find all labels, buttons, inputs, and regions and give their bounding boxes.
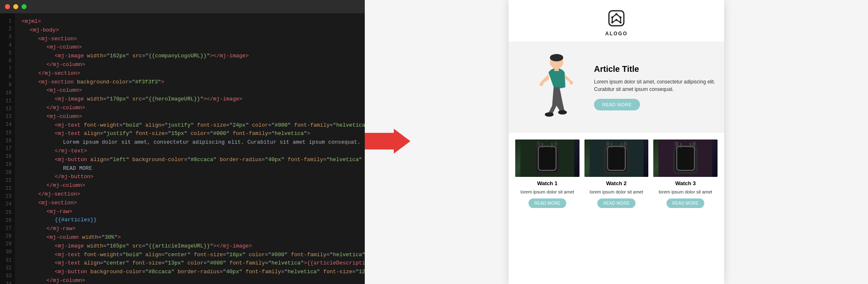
article-desc-2: lorem ipsum dolor sit amet — [590, 189, 643, 195]
svg-point-15 — [550, 54, 563, 61]
code-line: <mjml> — [22, 17, 358, 26]
code-line: <mj-column width="30%"> — [22, 233, 358, 242]
hero-read-more-button[interactable]: READ MORE — [594, 99, 640, 110]
svg-point-16 — [540, 82, 543, 86]
hero-section: Article Title Lorem ipsum dolor sit amet… — [509, 42, 724, 133]
code-line: <mj-raw> — [22, 208, 358, 216]
svg-point-8 — [611, 17, 613, 19]
svg-line-36 — [616, 160, 619, 163]
code-line: <mj-section> — [22, 35, 358, 44]
code-line: <mj-column> — [22, 43, 358, 52]
code-line: </mj-column> — [22, 277, 358, 284]
watch-svg-3 — [653, 140, 718, 177]
code-line: </mj-button> — [22, 173, 358, 181]
article-card-3: Watch 3 lorem ipsum dolor sit amet READ … — [653, 140, 718, 208]
code-line: <mj-image width="165px" src="{{articleIm… — [22, 242, 358, 251]
line-numbers: 12345 678910 1112131415 1617181920 21222… — [0, 13, 15, 284]
article-read-more-button-3[interactable]: READ MORE — [667, 198, 704, 208]
minimize-button[interactable] — [13, 4, 18, 9]
person-figure-icon — [527, 54, 577, 120]
arrow-icon — [365, 127, 410, 156]
article-read-more-button-2[interactable]: READ MORE — [597, 198, 635, 208]
svg-point-9 — [620, 17, 622, 19]
svg-rect-25 — [537, 148, 558, 172]
articles-section: Watch 1 lorem ipsum dolor sit amet READ … — [509, 133, 724, 208]
article-thumb-3 — [653, 140, 718, 177]
code-line: <mj-text font-weight="bold" align="cente… — [22, 251, 358, 260]
svg-point-10 — [611, 22, 613, 24]
code-line: </mj-column> — [22, 61, 358, 69]
article-title: Article Title — [594, 64, 716, 74]
svg-point-34 — [609, 152, 624, 167]
code-editor: 12345 678910 1112131415 1617181920 21222… — [0, 0, 365, 284]
code-line: </mj-text> — [22, 147, 358, 156]
code-line: <mj-text align="justify" font-size="15px… — [22, 130, 358, 138]
svg-point-13 — [616, 19, 618, 21]
watch-image-1 — [515, 140, 579, 177]
svg-rect-40 — [673, 146, 698, 174]
article-read-more-button-1[interactable]: READ MORE — [529, 198, 566, 208]
logo-section: ALOGO — [509, 0, 724, 42]
code-line: {{#articles}} — [22, 216, 358, 225]
code-line: <mj-button align="left" background-color… — [22, 156, 358, 164]
code-line: <mj-text font-weight="bold" align="justi… — [22, 121, 358, 130]
code-line: <mj-section background-color="#f3f3f3"> — [22, 78, 358, 87]
watch-svg-2 — [584, 140, 649, 177]
code-line: </mj-section> — [22, 69, 358, 78]
article-card-1: Watch 1 lorem ipsum dolor sit amet READ … — [515, 140, 579, 208]
article-thumb-2 — [584, 140, 649, 177]
code-line: <mj-button background-color="#8ccaca" bo… — [22, 268, 358, 277]
code-line: <mj-column> — [22, 86, 358, 95]
article-description: Lorem ipsum dolor sit amet, consectetur … — [594, 78, 716, 93]
logo-icon — [606, 8, 626, 28]
arrow-container — [365, 127, 410, 157]
watch-svg-1 — [515, 140, 579, 177]
watch-image-2 — [584, 140, 649, 177]
articles-grid: Watch 1 lorem ipsum dolor sit amet READ … — [515, 140, 718, 208]
watch-image-3 — [653, 140, 718, 177]
code-line: Lorem ipsum dolor sit amet, consectetur … — [22, 138, 358, 147]
svg-line-44 — [686, 160, 689, 162]
article-desc-3: lorem ipsum dolor sit amet — [659, 189, 712, 195]
code-line: <mj-column> — [22, 113, 358, 121]
svg-point-11 — [620, 22, 622, 24]
svg-rect-20 — [554, 67, 559, 71]
hero-image — [517, 50, 587, 125]
article-name-2: Watch 2 — [606, 180, 626, 186]
svg-point-19 — [558, 110, 567, 115]
svg-point-26 — [540, 152, 555, 167]
code-line: <mj-text align="center" font-size="13px"… — [22, 259, 358, 268]
svg-rect-41 — [675, 148, 696, 172]
logo-text: ALOGO — [605, 31, 628, 37]
email-preview: ALOGO — [509, 0, 724, 284]
code-line: <mj-section> — [22, 199, 358, 208]
svg-rect-32 — [604, 146, 629, 174]
code-line: READ MORE — [22, 164, 358, 173]
code-line: </mj-column> — [22, 181, 358, 190]
code-line: <mj-image width="170px" src="{{heroImage… — [22, 95, 358, 104]
article-name-1: Watch 1 — [537, 180, 558, 186]
code-line: </mj-section> — [22, 190, 358, 199]
svg-rect-1 — [609, 11, 624, 26]
svg-line-28 — [547, 160, 551, 162]
article-thumb-1 — [515, 140, 579, 177]
article-name-3: Watch 3 — [675, 180, 696, 186]
code-line: <mj-body> — [22, 26, 358, 35]
code-line: </mj-raw> — [22, 225, 358, 233]
svg-point-12 — [616, 13, 618, 15]
svg-rect-24 — [535, 146, 560, 174]
svg-rect-33 — [606, 148, 627, 172]
code-line: <mj-image width="162px" src="{{companyLo… — [22, 52, 358, 61]
code-content: <mjml> <mj-body> <mj-section> <mj-column… — [15, 13, 365, 284]
code-line: </mj-column> — [22, 104, 358, 113]
code-body: 12345 678910 1112131415 1617181920 21222… — [0, 13, 365, 284]
svg-marker-0 — [365, 129, 410, 154]
svg-point-17 — [570, 81, 573, 85]
close-button[interactable] — [5, 4, 10, 9]
editor-titlebar — [0, 0, 365, 13]
maximize-button[interactable] — [22, 4, 27, 9]
svg-point-18 — [545, 112, 553, 117]
article-desc-1: lorem ipsum dolor sit amet — [521, 189, 574, 195]
hero-content: Article Title Lorem ipsum dolor sit amet… — [594, 64, 716, 110]
article-card-2: Watch 2 lorem ipsum dolor sit amet READ … — [584, 140, 649, 208]
